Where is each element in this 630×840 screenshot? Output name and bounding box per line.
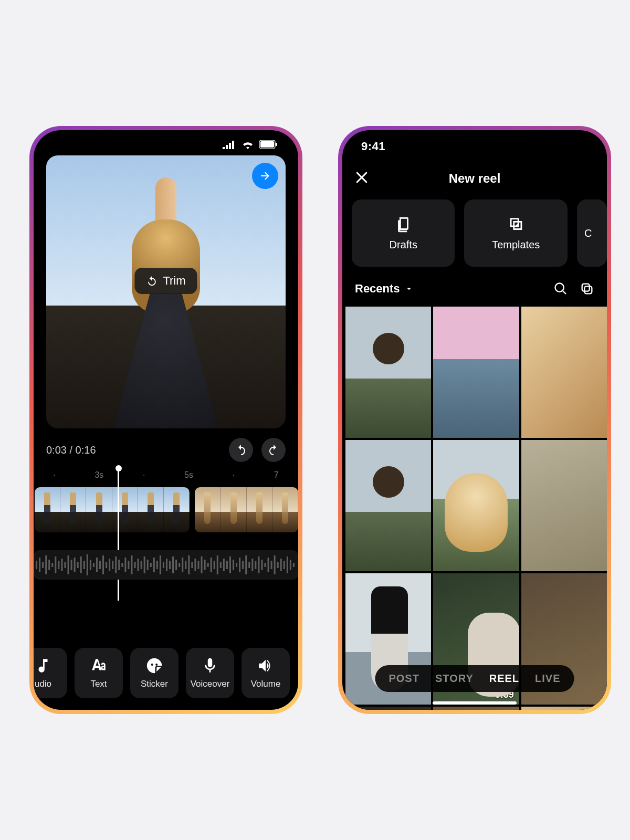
tool-sticker[interactable]: Sticker xyxy=(130,648,178,698)
media-thumbnail[interactable] xyxy=(345,707,431,710)
mode-bar: POST STORY REEL LIVE xyxy=(375,665,574,692)
svg-rect-84 xyxy=(293,563,295,567)
tool-text[interactable]: Text xyxy=(75,648,123,698)
next-button[interactable] xyxy=(252,163,278,189)
svg-rect-66 xyxy=(236,563,237,567)
timeline-clip[interactable] xyxy=(195,487,298,532)
mode-post[interactable]: POST xyxy=(388,673,419,685)
tool-label: Volume xyxy=(251,679,281,689)
svg-rect-82 xyxy=(287,556,288,573)
undo-icon xyxy=(146,275,158,287)
svg-rect-50 xyxy=(185,561,186,569)
tool-volume[interactable]: Volume xyxy=(242,648,290,698)
music-note-icon xyxy=(34,657,52,675)
video-preview[interactable]: Trim xyxy=(46,155,286,428)
media-thumbnail[interactable] xyxy=(433,440,519,571)
svg-rect-11 xyxy=(61,559,62,571)
media-thumbnail[interactable] xyxy=(521,440,607,571)
status-bar-right xyxy=(223,140,277,149)
mode-story[interactable]: STORY xyxy=(435,673,474,685)
mode-reel[interactable]: REEL xyxy=(489,673,519,685)
svg-rect-1 xyxy=(260,141,274,148)
card-partial[interactable]: C xyxy=(577,200,607,267)
arrow-right-icon xyxy=(259,170,271,182)
svg-rect-73 xyxy=(258,556,259,573)
svg-rect-75 xyxy=(264,563,266,567)
svg-rect-78 xyxy=(274,555,276,574)
card-label: Templates xyxy=(492,239,540,251)
cell-signal-icon xyxy=(223,140,236,149)
templates-icon xyxy=(507,216,525,234)
tool-audio[interactable]: udio xyxy=(34,648,67,698)
redo-icon xyxy=(267,444,280,456)
tool-label: Voiceover xyxy=(191,679,230,689)
svg-rect-69 xyxy=(245,555,247,574)
svg-rect-42 xyxy=(160,555,161,574)
card-label: Drafts xyxy=(390,239,417,251)
svg-rect-15 xyxy=(74,558,76,572)
svg-rect-63 xyxy=(226,561,228,569)
svg-rect-27 xyxy=(112,561,113,569)
svg-rect-40 xyxy=(153,558,155,572)
media-thumbnail[interactable] xyxy=(521,307,607,438)
svg-rect-51 xyxy=(188,555,190,574)
media-thumbnail[interactable] xyxy=(521,707,607,710)
svg-rect-55 xyxy=(201,556,203,573)
search-icon[interactable] xyxy=(553,281,568,296)
svg-rect-2 xyxy=(276,143,277,146)
svg-rect-7 xyxy=(48,560,50,570)
svg-rect-12 xyxy=(64,562,66,568)
svg-rect-9 xyxy=(55,556,56,573)
svg-rect-53 xyxy=(194,559,196,571)
album-picker[interactable]: Recents xyxy=(355,282,414,296)
trim-button[interactable]: Trim xyxy=(134,268,197,294)
svg-rect-58 xyxy=(211,558,212,572)
svg-rect-45 xyxy=(169,561,171,569)
header: New reel xyxy=(342,163,607,194)
svg-rect-70 xyxy=(248,562,250,568)
svg-rect-18 xyxy=(83,561,85,569)
svg-rect-38 xyxy=(147,560,149,570)
drafts-icon xyxy=(394,216,412,234)
svg-rect-74 xyxy=(261,560,262,570)
trim-label: Trim xyxy=(163,274,185,288)
audio-waveform[interactable] xyxy=(34,550,298,580)
timeline-clip[interactable] xyxy=(35,487,190,532)
album-label: Recents xyxy=(355,282,400,296)
multi-select-icon[interactable] xyxy=(580,281,594,296)
svg-rect-23 xyxy=(99,561,101,569)
svg-rect-28 xyxy=(115,556,117,573)
media-thumbnail[interactable] xyxy=(433,707,519,710)
svg-rect-65 xyxy=(233,560,234,570)
svg-rect-54 xyxy=(197,561,199,569)
svg-rect-25 xyxy=(106,562,107,568)
svg-rect-76 xyxy=(268,558,269,572)
svg-rect-59 xyxy=(214,561,215,569)
svg-rect-36 xyxy=(141,561,142,569)
card-templates[interactable]: Templates xyxy=(464,200,567,267)
media-thumbnail[interactable] xyxy=(345,307,431,438)
svg-rect-34 xyxy=(134,562,136,568)
redo-button[interactable] xyxy=(261,438,286,462)
svg-rect-5 xyxy=(42,562,44,568)
svg-rect-52 xyxy=(191,562,193,568)
svg-rect-67 xyxy=(239,558,240,572)
svg-rect-77 xyxy=(271,561,272,569)
svg-rect-10 xyxy=(58,561,59,569)
svg-rect-30 xyxy=(121,563,123,567)
svg-rect-56 xyxy=(204,560,206,570)
timeline-filmstrip[interactable] xyxy=(34,487,298,532)
svg-rect-68 xyxy=(242,561,244,569)
tool-voiceover[interactable]: Voiceover xyxy=(186,648,234,698)
close-button[interactable] xyxy=(354,170,370,188)
media-thumbnail[interactable] xyxy=(433,307,519,438)
svg-rect-46 xyxy=(172,556,174,573)
undo-icon xyxy=(235,444,247,456)
close-icon xyxy=(354,170,370,185)
timeline-playhead[interactable] xyxy=(118,469,119,601)
undo-button[interactable] xyxy=(229,438,253,462)
svg-rect-72 xyxy=(255,561,256,569)
mode-live[interactable]: LIVE xyxy=(535,673,560,685)
media-thumbnail[interactable] xyxy=(345,440,431,571)
card-drafts[interactable]: Drafts xyxy=(352,200,455,267)
